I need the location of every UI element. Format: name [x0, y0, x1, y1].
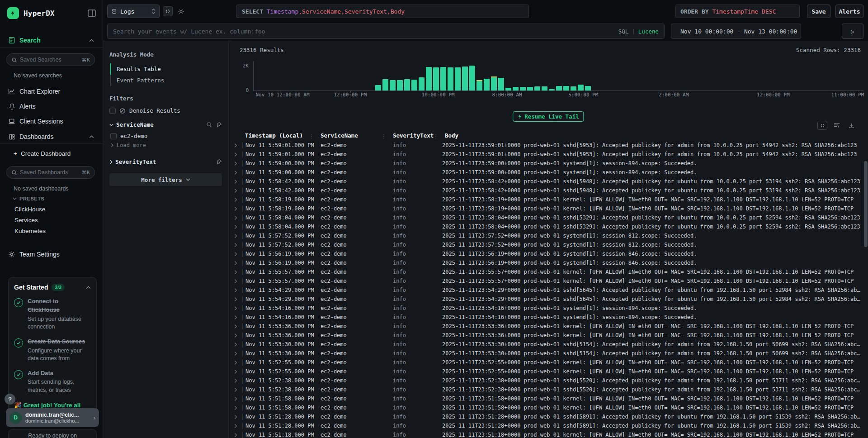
histogram-bar[interactable]	[426, 67, 432, 90]
row-expand-chevron[interactable]	[229, 433, 242, 437]
row-expand-chevron[interactable]	[229, 361, 242, 365]
histogram-bar[interactable]	[527, 87, 533, 90]
help-button[interactable]: ?	[5, 394, 15, 405]
log-table-row[interactable]: Nov 11 5:59:00.000 PMec2-demoinfo2025-11…	[229, 168, 863, 177]
row-expand-chevron[interactable]	[229, 225, 242, 229]
row-expand-chevron[interactable]	[229, 297, 242, 301]
row-expand-chevron[interactable]	[229, 216, 242, 220]
alerts-button[interactable]: Alerts	[835, 5, 863, 18]
language-sql-option[interactable]: SQL	[618, 28, 629, 35]
histogram-bar[interactable]	[563, 86, 569, 90]
log-table-row[interactable]: Nov 11 5:56:19.000 PMec2-demoinfo2025-11…	[229, 258, 863, 267]
get-started-item[interactable]: Connect to ClickHouseSet up your databas…	[14, 297, 91, 331]
log-table-row[interactable]: Nov 11 5:58:19.000 PMec2-demoinfo2025-11…	[229, 204, 863, 213]
histogram-bar[interactable]	[433, 67, 439, 90]
language-lucene-option[interactable]: Lucene	[638, 28, 659, 35]
histogram-bar[interactable]	[397, 80, 403, 90]
table-config-button[interactable]	[163, 6, 173, 16]
row-expand-chevron[interactable]	[229, 306, 242, 310]
log-table-row[interactable]: Nov 11 5:53:30.000 PMec2-demoinfo2025-11…	[229, 349, 863, 358]
deploy-banner[interactable]: Ready to deploy on	[8, 429, 97, 438]
histogram-bar[interactable]	[505, 88, 511, 90]
row-expand-chevron[interactable]	[229, 333, 242, 338]
event-search-input[interactable]	[113, 28, 538, 35]
histogram-bar[interactable]	[534, 86, 540, 90]
row-expand-chevron[interactable]	[229, 315, 242, 319]
mode-event-patterns[interactable]: Event Patterns	[110, 75, 222, 86]
log-table-row[interactable]: Nov 11 5:52:55.000 PMec2-demoinfo2025-11…	[229, 367, 863, 376]
histogram-bar[interactable]	[585, 86, 591, 90]
row-expand-chevron[interactable]	[229, 261, 242, 265]
histogram-bar[interactable]	[520, 87, 526, 90]
row-expand-chevron[interactable]	[229, 379, 242, 383]
histogram-bar[interactable]	[440, 67, 446, 90]
row-expand-chevron[interactable]	[229, 243, 242, 247]
log-table-row[interactable]: Nov 11 5:51:28.000 PMec2-demoinfo2025-11…	[229, 412, 863, 421]
create-dashboard-button[interactable]: + Create Dashboard	[14, 150, 71, 157]
row-expand-chevron[interactable]	[229, 370, 242, 374]
save-button[interactable]: Save	[807, 5, 830, 18]
log-table-row[interactable]: Nov 11 5:55:57.000 PMec2-demoinfo2025-11…	[229, 276, 863, 286]
log-table-row[interactable]: Nov 11 5:53:30.000 PMec2-demoinfo2025-11…	[229, 340, 863, 349]
ec2-demo-checkbox[interactable]	[110, 133, 117, 139]
row-expand-chevron[interactable]	[229, 424, 242, 428]
facet-search-icon[interactable]	[206, 122, 212, 128]
row-expand-chevron[interactable]	[229, 152, 242, 157]
log-table-row[interactable]: Nov 11 5:57:52.000 PMec2-demoinfo2025-11…	[229, 240, 863, 249]
histogram-bar[interactable]	[513, 87, 519, 90]
date-range-picker[interactable]: Nov 10 00:00:00 - Nov 13 00:00:00	[671, 24, 801, 39]
histogram-bar[interactable]	[491, 77, 497, 90]
col-timestamp[interactable]: Timestamp (Local)	[242, 132, 318, 139]
facet-servicename[interactable]: ServiceName	[109, 121, 222, 128]
sidebar-item-client-sessions[interactable]: Client Sessions	[0, 115, 103, 128]
chevron-up-icon[interactable]	[89, 135, 94, 138]
row-expand-chevron[interactable]	[229, 352, 242, 356]
get-started-item[interactable]: Add DataStart sending logs, metrics, or …	[14, 369, 91, 395]
sidebar-collapse-icon[interactable]	[87, 9, 96, 18]
row-expand-chevron[interactable]	[229, 288, 242, 292]
histogram-bar[interactable]	[571, 86, 576, 90]
row-expand-chevron[interactable]	[229, 406, 242, 410]
log-table-row[interactable]: Nov 11 5:53:36.000 PMec2-demoinfo2025-11…	[229, 331, 863, 340]
load-more-button[interactable]: Load more	[110, 142, 222, 148]
histogram-bar[interactable]	[469, 66, 475, 90]
histogram-plot[interactable]	[253, 61, 863, 91]
row-expand-chevron[interactable]	[229, 324, 242, 328]
log-table-row[interactable]: Nov 11 5:52:55.000 PMec2-demoinfo2025-11…	[229, 358, 863, 367]
chevron-up-icon[interactable]	[86, 286, 91, 289]
saved-searches-input[interactable]	[20, 57, 82, 63]
histogram-bar[interactable]	[419, 77, 425, 90]
more-filters-button[interactable]: More filters	[109, 173, 222, 186]
sidebar-preset-services[interactable]: Services	[14, 217, 38, 224]
log-table-row[interactable]: Nov 11 5:57:52.000 PMec2-demoinfo2025-11…	[229, 231, 863, 240]
resume-live-tail-button[interactable]: Resume Live Tail	[513, 111, 584, 122]
log-table-row[interactable]: Nov 11 5:52:38.000 PMec2-demoinfo2025-11…	[229, 385, 863, 394]
histogram-bar[interactable]	[390, 80, 396, 90]
log-table-row[interactable]: Nov 11 5:51:28.000 PMec2-demoinfo2025-11…	[229, 421, 863, 430]
histogram-bar[interactable]	[382, 79, 388, 90]
event-search-bar[interactable]: SQL | Lucene	[107, 24, 665, 39]
row-expand-chevron[interactable]	[229, 180, 242, 184]
pin-icon[interactable]	[216, 159, 222, 165]
log-table-row[interactable]: Nov 11 5:51:58.000 PMec2-demoinfo2025-11…	[229, 403, 863, 412]
denoise-checkbox[interactable]	[109, 108, 116, 114]
row-expand-chevron[interactable]	[229, 207, 242, 211]
facet-severitytext[interactable]: SeverityText	[109, 158, 222, 165]
row-expand-chevron[interactable]	[229, 189, 242, 193]
histogram-bar[interactable]	[476, 81, 482, 90]
log-table-row[interactable]: Nov 11 5:53:36.000 PMec2-demoinfo2025-11…	[229, 322, 863, 331]
row-expand-chevron[interactable]	[229, 234, 242, 238]
run-query-button[interactable]: ▷	[842, 24, 863, 39]
sidebar-item-dashboards[interactable]: Dashboards	[0, 130, 103, 143]
log-table-row[interactable]: Nov 11 5:54:16.000 PMec2-demoinfo2025-11…	[229, 304, 863, 313]
log-table-row[interactable]: Nov 11 5:58:19.000 PMec2-demoinfo2025-11…	[229, 195, 863, 204]
row-expand-chevron[interactable]	[229, 388, 242, 392]
log-table-row[interactable]: Nov 11 5:58:04.000 PMec2-demoinfo2025-11…	[229, 213, 863, 222]
sidebar-item-search[interactable]: Search	[0, 34, 103, 47]
pin-icon[interactable]	[216, 122, 222, 128]
log-table-row[interactable]: Nov 11 5:58:04.000 PMec2-demoinfo2025-11…	[229, 222, 863, 231]
scrollbar-thumb[interactable]	[864, 161, 868, 247]
mode-results-table[interactable]: Results Table	[110, 63, 222, 75]
row-expand-chevron[interactable]	[229, 397, 242, 401]
log-table-row[interactable]: Nov 11 5:56:19.000 PMec2-demoinfo2025-11…	[229, 249, 863, 258]
